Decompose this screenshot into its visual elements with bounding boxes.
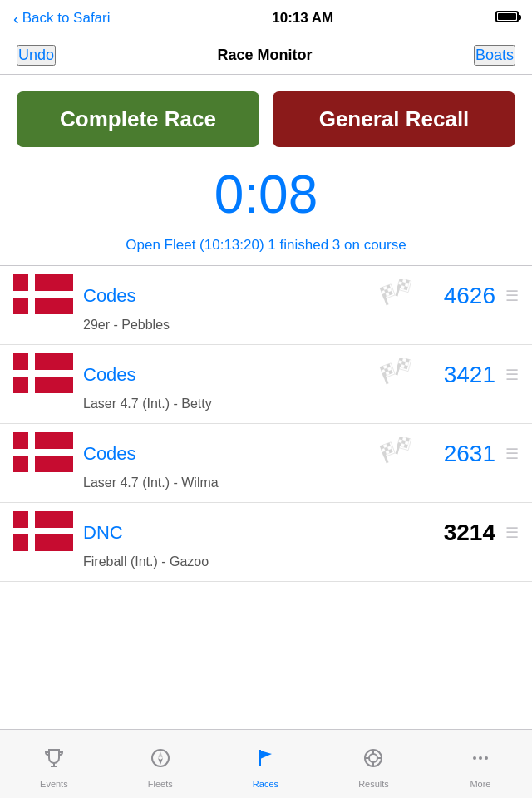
boat-flag-icon <box>13 432 80 475</box>
boat-flag-icon <box>13 274 80 318</box>
boat-name: Fireball (Int.) - Gazoo <box>13 554 519 573</box>
drag-handle-icon: ☰ <box>505 446 519 461</box>
boat-number: 2631 <box>429 441 495 467</box>
boat-row[interactable]: Codes <box>0 424 532 503</box>
nav-title: Race Monitor <box>217 47 312 64</box>
boat-code-col: Codes <box>80 364 376 386</box>
boat-code-col: Codes <box>80 443 376 465</box>
boat-code: Codes <box>83 364 376 386</box>
tab-label: Races <box>253 779 278 789</box>
complete-race-button[interactable]: Complete Race <box>17 91 259 147</box>
svg-point-92 <box>485 756 488 760</box>
boat-code: Codes <box>83 443 376 465</box>
boat-number: 3214 <box>429 520 495 546</box>
boat-name: Laser 4.7 (Int.) - Betty <box>13 397 519 415</box>
action-buttons: Complete Race General Recall <box>0 75 532 155</box>
boat-name: 29er - Pebbles <box>13 318 519 336</box>
drag-handle-icon: ☰ <box>505 525 519 540</box>
tab-bar: Events Fleets Races Results More <box>0 729 532 798</box>
boat-number: 3421 <box>429 362 495 388</box>
svg-point-90 <box>473 756 476 760</box>
svg-marker-82 <box>158 758 163 765</box>
boat-list: Codes <box>0 265 532 582</box>
undo-button[interactable]: Undo <box>17 45 56 66</box>
boat-row[interactable]: Codes <box>0 345 532 424</box>
boat-code: Codes <box>83 285 376 307</box>
svg-point-85 <box>369 754 377 762</box>
tab-more[interactable]: More <box>469 740 492 789</box>
tab-label: Events <box>40 779 68 789</box>
drag-handle-icon: ☰ <box>505 367 519 382</box>
svg-point-91 <box>479 756 482 760</box>
svg-rect-27 <box>13 370 73 377</box>
lifebuoy-icon <box>362 746 385 776</box>
fleet-status-text: Open Fleet (10:13:20) 1 finished 3 on co… <box>126 237 406 253</box>
boat-code: DNC <box>83 522 376 544</box>
boat-number: 4626 <box>429 283 495 309</box>
battery-icon <box>495 11 519 26</box>
boat-flag-icon <box>13 511 80 554</box>
status-time: 10:13 AM <box>272 10 333 27</box>
checkered-flags-icon <box>376 358 429 392</box>
tab-label: Fleets <box>148 779 173 789</box>
svg-rect-77 <box>13 528 73 534</box>
fleet-info: Open Fleet (10:13:20) 1 finished 3 on co… <box>0 232 532 265</box>
svg-rect-52 <box>13 449 73 456</box>
tab-results[interactable]: Results <box>358 740 389 789</box>
drag-handle-icon: ☰ <box>505 288 519 303</box>
boat-flag-icon <box>13 353 80 397</box>
svg-rect-2 <box>13 291 73 298</box>
tab-label: More <box>470 779 490 789</box>
tab-fleets[interactable]: Fleets <box>148 740 173 789</box>
boats-button[interactable]: Boats <box>474 45 515 66</box>
timer-value: 0:08 <box>214 165 318 224</box>
general-recall-button[interactable]: General Recall <box>273 91 515 147</box>
checkered-flags-icon <box>376 279 429 313</box>
tab-races[interactable]: Races <box>253 740 278 789</box>
boat-row[interactable]: DNC 3214 ☰ Fireball (Int.) - Gazoo <box>0 503 532 582</box>
svg-marker-81 <box>158 751 163 758</box>
more-icon <box>469 746 492 776</box>
back-to-safari[interactable]: ‹ Back to Safari <box>13 9 111 28</box>
boat-name: Laser 4.7 (Int.) - Wilma <box>13 475 519 494</box>
trophy-icon <box>42 746 66 776</box>
timer-display: 0:08 <box>0 155 532 232</box>
chevron-left-icon: ‹ <box>13 9 19 28</box>
flag-icon <box>254 746 277 776</box>
tab-label: Results <box>358 779 389 789</box>
compass-icon <box>149 746 172 776</box>
status-bar: ‹ Back to Safari 10:13 AM <box>0 0 532 37</box>
nav-bar: Undo Race Monitor Boats <box>0 37 532 75</box>
boat-code-col: DNC <box>80 522 376 544</box>
boat-row[interactable]: Codes <box>0 266 532 345</box>
boat-code-col: Codes <box>80 285 376 307</box>
tab-events[interactable]: Events <box>40 740 68 789</box>
checkered-flags-icon <box>376 437 429 470</box>
